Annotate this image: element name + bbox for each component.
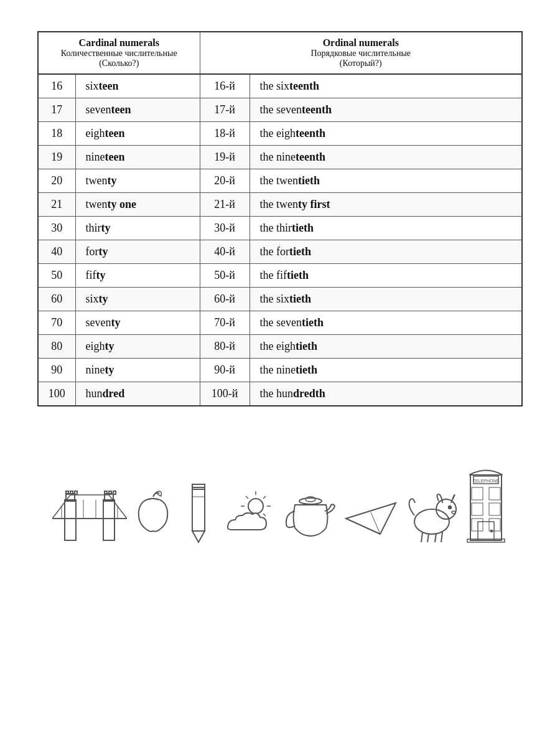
cardinal-number: 40: [38, 240, 75, 264]
ordinal-word: the sixtieth: [250, 288, 522, 311]
cardinal-word: eighty: [75, 335, 200, 359]
svg-line-43: [441, 532, 442, 542]
cardinal-word: eighteen: [75, 122, 200, 146]
cardinal-word: seventeen: [75, 98, 200, 122]
svg-rect-47: [472, 487, 483, 500]
paper-airplane-illustration: [343, 494, 399, 543]
phonebox-illustration: TELEPHONE: [464, 463, 508, 543]
ordinal-number: 16-й: [200, 74, 250, 98]
teapot-illustration: [282, 487, 338, 543]
ordinal-word: the twentieth: [250, 169, 522, 193]
cardinal-word: hundred: [75, 382, 200, 406]
cardinal-title: Cardinal numerals: [79, 37, 159, 48]
cardinal-word: twenty one: [75, 193, 200, 217]
svg-line-29: [263, 496, 266, 499]
ordinal-word: the nineteenth: [250, 146, 522, 169]
svg-marker-20: [192, 531, 205, 542]
svg-line-41: [427, 533, 429, 542]
ordinal-word: the sixteenth: [250, 74, 522, 98]
ordinal-title: Ordinal numerals: [323, 37, 399, 48]
table-row: 80eighty80-йthe eightieth: [38, 335, 522, 359]
ordinal-word: the eighteenth: [250, 122, 522, 146]
ordinal-number: 50-й: [200, 264, 250, 288]
cardinal-number: 19: [38, 146, 75, 169]
svg-line-42: [435, 533, 436, 542]
cardinal-word: nineteen: [75, 146, 200, 169]
cardinal-word: ninety: [75, 359, 200, 382]
numerals-table-wrapper: Cardinal numerals Количественные числите…: [37, 31, 523, 406]
cardinal-number: 90: [38, 359, 75, 382]
svg-rect-0: [65, 500, 76, 540]
ordinal-number: 90-й: [200, 359, 250, 382]
table-row: 21twenty one21-йthe twenty first: [38, 193, 522, 217]
svg-rect-1: [103, 500, 114, 540]
ordinal-number: 70-й: [200, 311, 250, 335]
ordinal-number: 18-й: [200, 122, 250, 146]
svg-point-37: [436, 499, 456, 519]
cardinal-word: sixteen: [75, 74, 200, 98]
svg-rect-48: [472, 503, 483, 515]
ordinal-number: 100-й: [200, 382, 250, 406]
svg-line-28: [263, 514, 266, 516]
ordinal-word: the twenty first: [250, 193, 522, 217]
ordinal-word: the thirtieth: [250, 217, 522, 240]
svg-rect-52: [489, 519, 500, 531]
cardinal-number: 30: [38, 217, 75, 240]
svg-line-40: [421, 532, 422, 542]
ordinal-word: the hundredth: [250, 382, 522, 406]
ordinal-number: 20-й: [200, 169, 250, 193]
svg-rect-18: [192, 487, 205, 531]
svg-point-36: [414, 509, 449, 534]
table-row: 100hundred100-йthe hundredth: [38, 382, 522, 406]
cardinal-word: forty: [75, 240, 200, 264]
svg-rect-6: [75, 491, 77, 494]
cardinal-number: 17: [38, 98, 75, 122]
svg-rect-50: [489, 487, 500, 500]
pencil-illustration: [180, 481, 217, 543]
cardinal-number: 60: [38, 288, 75, 311]
svg-line-34: [346, 519, 380, 534]
ordinal-word: the eightieth: [250, 335, 522, 359]
table-row: 16sixteen16-йthe sixteenth: [38, 74, 522, 98]
numerals-table: Cardinal numerals Количественные числите…: [37, 31, 523, 406]
ordinal-number: 21-й: [200, 193, 250, 217]
cardinal-number: 50: [38, 264, 75, 288]
table-row: 30thirty30-йthe thirtieth: [38, 217, 522, 240]
svg-rect-44: [470, 475, 502, 540]
cardinal-word: twenty: [75, 169, 200, 193]
table-row: 90ninety90-йthe ninetieth: [38, 359, 522, 382]
svg-point-31: [299, 498, 322, 504]
ordinal-number: 40-й: [200, 240, 250, 264]
ordinal-word: the fortieth: [250, 240, 522, 264]
table-row: 50fifty50-йthe fiftieth: [38, 264, 522, 288]
table-row: 18eighteen18-йthe eighteenth: [38, 122, 522, 146]
cardinal-number: 100: [38, 382, 75, 406]
ordinal-subtitle1: Порядковые числительные: [208, 49, 515, 59]
cardinal-number: 20: [38, 169, 75, 193]
ordinal-subtitle2: (Который?): [208, 59, 515, 68]
ordinal-number: 80-й: [200, 335, 250, 359]
cardinal-number: 18: [38, 122, 75, 146]
svg-rect-8: [109, 491, 111, 494]
cardinal-header: Cardinal numerals Количественные числите…: [38, 32, 200, 74]
ordinal-number: 19-й: [200, 146, 250, 169]
apple-illustration: [131, 487, 175, 543]
decorative-illustrations: TELEPHONE: [37, 431, 523, 543]
cardinal-word: sixty: [75, 288, 200, 311]
cardinal-subtitle2: (Сколько?): [46, 59, 192, 68]
svg-line-27: [246, 496, 248, 499]
svg-rect-5: [70, 491, 73, 494]
ordinal-number: 30-й: [200, 217, 250, 240]
ordinal-number: 17-й: [200, 98, 250, 122]
cardinal-subtitle1: Количественные числительные: [46, 49, 192, 59]
cardinal-word: seventy: [75, 311, 200, 335]
table-row: 17seventeen17-йthe seventeenth: [38, 98, 522, 122]
svg-rect-4: [66, 491, 68, 494]
svg-point-22: [248, 499, 263, 514]
svg-rect-7: [105, 491, 107, 494]
svg-rect-9: [113, 491, 116, 494]
ordinal-word: the seventieth: [250, 311, 522, 335]
svg-point-38: [448, 506, 451, 509]
cardinal-number: 80: [38, 335, 75, 359]
svg-rect-49: [472, 519, 483, 531]
